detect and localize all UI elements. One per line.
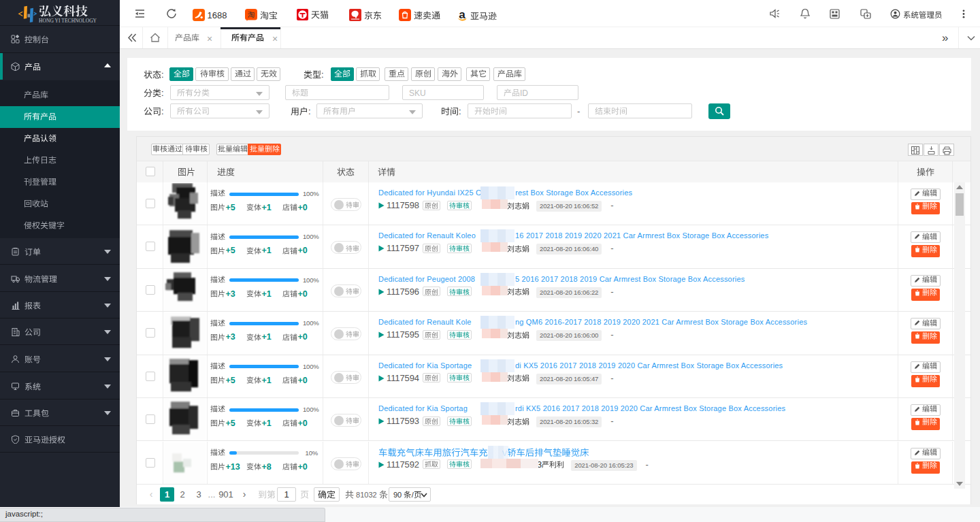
svg-text:a: a	[459, 9, 466, 21]
